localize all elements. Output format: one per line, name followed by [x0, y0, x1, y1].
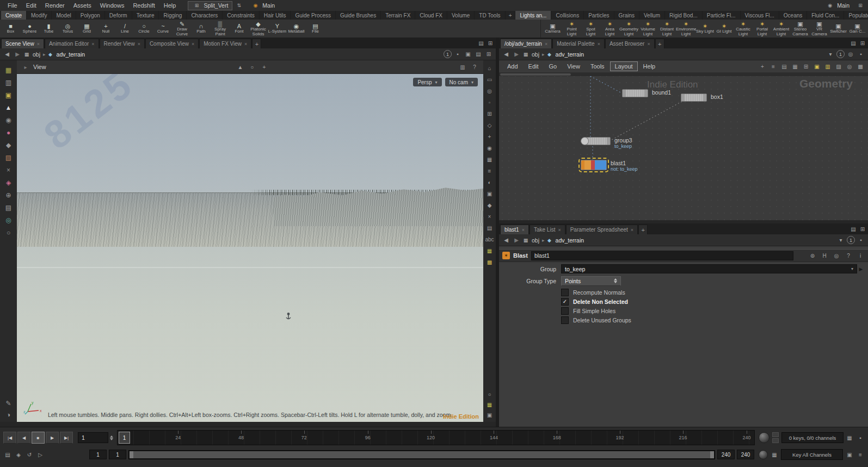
network-node[interactable]: box1 [681, 94, 723, 102]
shelf-tab[interactable]: Fluid Con... [807, 11, 844, 20]
left-toolbar-icon[interactable]: ▤ [4, 203, 14, 211]
network-node[interactable]: blast1 not: to_keep [581, 160, 638, 172]
viewport-tool-icon[interactable]: ▫ [485, 99, 495, 106]
auto-key-knob[interactable] [759, 450, 768, 459]
shelf-tab[interactable]: Create [1, 11, 27, 20]
transport-button[interactable]: ■ [32, 432, 45, 444]
network-toolbar-icon[interactable]: ◎ [845, 63, 854, 70]
network-menu-item[interactable]: View [562, 61, 585, 71]
viewport-tool-icon[interactable]: ◎ [485, 88, 495, 95]
shelf-tool[interactable]: ▣ Gan C... [848, 20, 867, 38]
dropdown-caret-icon[interactable]: ▾ [851, 266, 853, 271]
viewport-tool-icon[interactable]: + [485, 133, 495, 140]
node-name[interactable]: box1 [711, 94, 723, 100]
network-menu-item[interactable]: Help [638, 61, 661, 71]
layout-icon[interactable]: ⊞ [484, 51, 493, 58]
shelf-tool[interactable]: ✶ Sky Light [695, 20, 715, 38]
shelf-tab[interactable]: Lights an... [515, 11, 551, 20]
node-name[interactable]: blast1 [611, 160, 638, 166]
checkbox[interactable] [561, 316, 569, 324]
shelf-tab[interactable]: Deform [105, 11, 132, 20]
pane-tab[interactable]: Scene View × [1, 39, 44, 48]
window-layout-icon[interactable]: ⊞ [856, 2, 865, 9]
node-display-flag[interactable] [603, 160, 606, 170]
checkbox-row[interactable]: Fill Simple Holes [561, 306, 868, 315]
chevron-down-icon[interactable]: ▾ [836, 236, 845, 244]
network-menu-item[interactable]: Tools [586, 61, 610, 71]
shelf-tab[interactable]: Texture [132, 11, 159, 20]
left-toolbar-icon[interactable]: ● [4, 128, 14, 136]
network-toolbar-icon[interactable]: ≡ [769, 63, 778, 70]
node-name[interactable]: group3 [614, 138, 632, 144]
scrollbar-handle[interactable] [500, 73, 571, 76]
pane-tab[interactable]: Take List × [530, 225, 565, 234]
help-docs-icon[interactable]: H [820, 252, 829, 259]
pane-maximize-icon[interactable]: ⊞ [486, 39, 495, 47]
shelf-tab[interactable]: Modify [27, 11, 52, 20]
back-icon[interactable]: ◀ [3, 51, 11, 58]
shelf-tool[interactable]: ✶ GI Light [715, 20, 734, 38]
pane-maximize-icon[interactable]: ⊞ [858, 225, 867, 233]
current-frame-field[interactable]: 1 [78, 432, 108, 443]
pane-tab[interactable]: /obj/adv_terrain × [500, 39, 552, 48]
camera-selector[interactable]: No cam ▾ [445, 78, 478, 86]
playbar-mini-buttons[interactable] [772, 432, 779, 443]
path-root[interactable]: obj [32, 51, 41, 58]
transport-button[interactable]: ▶| [60, 432, 73, 444]
shelf-tab[interactable]: TD Tools [475, 11, 505, 20]
shelf-tool[interactable]: ✶ Caustic Light [734, 20, 753, 38]
viewport-tool-icon[interactable]: ◇ [485, 122, 495, 129]
lock-icon[interactable]: ▪ [453, 51, 462, 58]
close-icon[interactable]: × [545, 41, 547, 47]
global-range-start-field[interactable]: 1 [89, 450, 107, 459]
shelf-tool[interactable]: ∩ Path [192, 20, 211, 38]
path-root[interactable]: obj [531, 51, 540, 58]
back-icon[interactable]: ◀ [502, 236, 510, 244]
left-toolbar-icon[interactable]: ◉ [4, 116, 14, 124]
pane-tab[interactable]: Animation Editor × [45, 39, 99, 48]
playbar-option-icon[interactable]: ◈ [14, 451, 23, 458]
network-toolbar-icon[interactable]: ▥ [823, 63, 832, 70]
viewport-tool-icon[interactable]: ▭ [485, 76, 495, 83]
viewport-tool-icon[interactable]: ▩ [485, 259, 495, 266]
playhead-marker[interactable]: 1 [119, 432, 130, 444]
playbar-option-icon[interactable]: ▤ [3, 451, 12, 458]
pane-tab[interactable]: Composite View × [145, 39, 199, 48]
playback-range-start-field[interactable]: 1 [109, 450, 126, 459]
network-toolbar-icon[interactable]: ▣ [812, 63, 821, 70]
desktop-updown-icon[interactable]: ⇅ [235, 2, 243, 9]
viewport-tool-icon[interactable]: ≡ [485, 167, 495, 175]
shelf-tool[interactable]: ✶ Ambient Light [772, 20, 791, 38]
new-pane-tab-button[interactable]: + [252, 39, 261, 48]
shelf-tool[interactable]: ▒ Spray Paint [211, 20, 230, 38]
find-node-icon[interactable]: ◎ [846, 51, 855, 58]
checkbox[interactable] [561, 307, 569, 315]
dopesheet-icon[interactable]: ▦ [770, 451, 779, 458]
desktop-split-control[interactable]: ⊞ Split_Vert [188, 1, 232, 10]
node-display-flag[interactable] [703, 94, 706, 101]
shelf-tool[interactable]: + Null [96, 20, 115, 38]
network-toolbar-icon[interactable]: + [758, 63, 767, 70]
viewport-tool-icon[interactable]: ▤ [485, 225, 495, 232]
playbar-option-icon[interactable]: ↺ [25, 451, 34, 458]
close-icon[interactable]: × [631, 227, 633, 233]
menubar-item[interactable]: Redshift [128, 1, 159, 10]
shelf-tab[interactable]: Rigid Bod... [665, 11, 703, 20]
left-toolbar-icon[interactable]: ✎ [4, 399, 14, 407]
close-icon[interactable]: × [244, 41, 247, 47]
left-toolbar-icon[interactable]: ⊕ [4, 191, 14, 199]
shelf-tab[interactable]: Cloud FX [415, 11, 447, 20]
network-toolbar-icon[interactable]: ▤ [780, 63, 789, 70]
shelf-tab[interactable]: Oceans [779, 11, 807, 20]
forward-icon[interactable]: ▶ [13, 51, 22, 58]
key-all-channels-button[interactable]: Key All Channels [781, 449, 843, 460]
close-icon[interactable]: × [522, 227, 525, 233]
shelf-tab[interactable]: Constraints [223, 11, 260, 20]
select-box-icon[interactable]: ○ [248, 63, 256, 71]
left-toolbar-icon[interactable]: ◆ [4, 141, 14, 149]
select-mode-icon[interactable]: ▲ [236, 63, 244, 71]
pane-tab[interactable]: Asset Browser × [605, 39, 655, 48]
global-range-end-field[interactable]: 240 [737, 450, 754, 459]
stow-count-badge[interactable]: 1 [847, 236, 855, 244]
back-icon[interactable]: ◀ [502, 51, 510, 58]
